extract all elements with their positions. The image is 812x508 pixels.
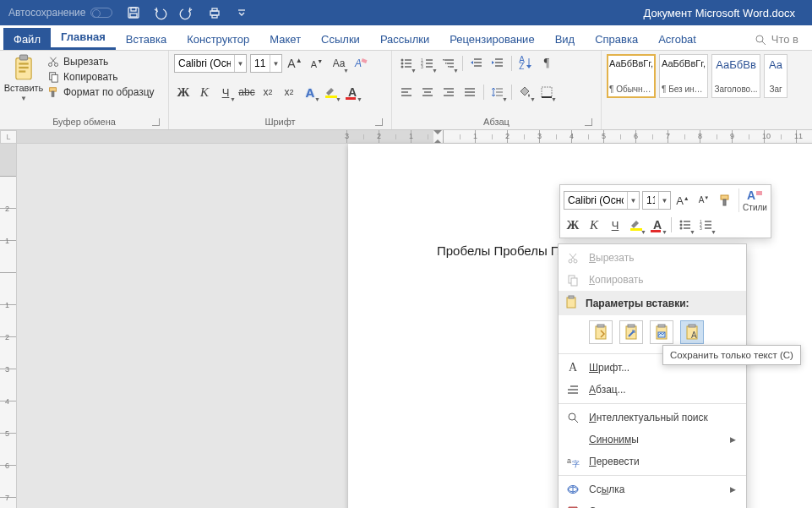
align-left-button[interactable] (397, 83, 416, 101)
svg-rect-40 (443, 59, 444, 61)
superscript-button[interactable]: x2 (280, 83, 298, 101)
ctx-new-comment[interactable]: Создать примечание (559, 500, 746, 508)
link-icon (565, 483, 580, 496)
italic-button[interactable]: К (195, 83, 214, 101)
justify-button[interactable] (460, 83, 479, 101)
grow-font-button[interactable]: A▲ (286, 54, 304, 73)
shading-button[interactable]: ▼ (516, 83, 535, 101)
tell-me-search[interactable]: Что в (744, 28, 809, 50)
style-no-spacing[interactable]: АаБбВвГг, ¶ Без инте... (659, 54, 708, 98)
redo-button[interactable] (180, 5, 195, 20)
tab-help[interactable]: Справка (585, 28, 648, 50)
mini-bullets-button[interactable]: ▼ (676, 216, 695, 234)
mini-grow-font-button[interactable]: A▲ (673, 191, 692, 210)
mini-format-painter-button[interactable] (716, 191, 734, 210)
decrease-indent-button[interactable] (467, 54, 486, 73)
chevron-down-icon[interactable]: ▼ (658, 192, 670, 209)
bold-button[interactable]: Ж (174, 83, 193, 101)
tab-references[interactable]: Ссылки (311, 28, 370, 50)
undo-button[interactable] (153, 5, 168, 20)
style-name: Заг (766, 85, 785, 94)
mini-font-size-input[interactable] (643, 192, 658, 209)
ctx-smart-lookup[interactable]: Интеллектуальный поиск (559, 407, 746, 429)
mini-font-name-combo[interactable]: ▼ (564, 191, 640, 210)
chevron-down-icon[interactable]: ▼ (270, 55, 281, 72)
font-color-button[interactable]: A ▼ (343, 83, 362, 101)
cut-button[interactable]: Вырезать (47, 56, 155, 68)
style-heading2[interactable]: Аа Заг (764, 54, 787, 98)
svg-rect-42 (448, 66, 450, 68)
tab-layout[interactable]: Макет (259, 28, 311, 50)
indent-marker-icon[interactable] (433, 130, 442, 144)
svg-text:字: 字 (572, 460, 580, 468)
qat-customize-button[interactable] (234, 5, 249, 20)
autosave-toggle[interactable]: Автосохранение (8, 7, 112, 19)
svg-point-26 (401, 63, 404, 65)
document-title: Документ Microsoft Word.docx (643, 7, 795, 19)
font-name-combo[interactable]: ▼ (174, 54, 247, 73)
tab-mailings[interactable]: Рассылки (370, 28, 439, 50)
font-name-input[interactable] (175, 55, 234, 72)
style-normal[interactable]: АаБбВвГг, ¶ Обычный (607, 54, 656, 98)
show-marks-button[interactable]: ¶ (537, 54, 556, 73)
copy-button[interactable]: Копировать (47, 71, 155, 83)
highlight-button[interactable]: ▼ (322, 83, 341, 101)
increase-indent-button[interactable] (488, 54, 507, 73)
tab-acrobat[interactable]: Acrobat (648, 28, 706, 50)
tab-file[interactable]: Файл (3, 28, 51, 50)
paste-button[interactable]: Вставить ▼ (5, 54, 42, 102)
mini-font-name-input[interactable] (564, 192, 627, 209)
horizontal-ruler[interactable]: 321123456789101112 (17, 130, 812, 144)
font-size-input[interactable] (251, 55, 270, 72)
mini-shrink-font-button[interactable]: A▼ (695, 191, 713, 210)
svg-rect-89 (571, 278, 577, 286)
svg-rect-97 (658, 325, 665, 327)
mini-bold-button[interactable]: Ж (564, 216, 582, 234)
mini-underline-button[interactable]: Ч (606, 216, 624, 234)
mini-numbering-button[interactable]: 123▼ (697, 216, 716, 234)
style-heading1[interactable]: АаБбВв Заголово... (711, 54, 760, 98)
mini-font-color-button[interactable]: A ▼ (648, 216, 667, 234)
tab-view[interactable]: Вид (545, 28, 586, 50)
chevron-down-icon[interactable]: ▼ (627, 192, 639, 209)
tab-review[interactable]: Рецензирование (439, 28, 544, 50)
clear-format-button[interactable]: A (352, 54, 370, 73)
vertical-ruler[interactable]: 2112345678910 (0, 144, 17, 508)
line-spacing-button[interactable]: ▼ (488, 83, 507, 101)
mini-styles-button[interactable]: A Стили (738, 188, 767, 212)
subscript-button[interactable]: x2 (259, 83, 277, 101)
group-font-label: Шрифт (174, 117, 386, 128)
multilevel-button[interactable]: ▼ (439, 54, 458, 73)
borders-button[interactable]: ▼ (537, 83, 556, 101)
ctx-translate[interactable]: a字 Перевести (559, 451, 746, 472)
shrink-font-button[interactable]: A▼ (308, 54, 326, 73)
change-case-button[interactable]: Aa▼ (330, 54, 348, 73)
text-effects-button[interactable]: A▼ (301, 83, 319, 101)
mini-italic-button[interactable]: К (585, 216, 603, 234)
ctx-paragraph[interactable]: Абзац... (559, 379, 746, 401)
quick-print-button[interactable] (207, 5, 222, 20)
ctx-synonyms[interactable]: Синонимы ▶ (559, 429, 746, 451)
ribbon-tabs: Файл Главная Вставка Конструктор Макет С… (0, 25, 812, 51)
save-button[interactable] (126, 5, 141, 20)
tab-design[interactable]: Конструктор (177, 28, 259, 50)
tab-home[interactable]: Главная (51, 25, 116, 50)
align-right-button[interactable] (439, 83, 458, 101)
mini-font-size-combo[interactable]: ▼ (642, 191, 671, 210)
paste-keep-source[interactable] (589, 320, 613, 344)
paste-text-only[interactable]: A (680, 320, 704, 344)
ctx-link[interactable]: Ссылка ▶ (559, 478, 746, 500)
align-center-button[interactable] (418, 83, 437, 101)
mini-highlight-button[interactable]: ▼ (627, 216, 646, 234)
numbering-button[interactable]: 123▼ (418, 54, 437, 73)
paste-merge[interactable] (619, 320, 643, 344)
underline-button[interactable]: Ч▼ (216, 83, 235, 101)
font-size-combo[interactable]: ▼ (250, 54, 282, 73)
sort-button[interactable]: AZ (516, 54, 535, 73)
paste-picture[interactable] (650, 320, 673, 344)
bullets-button[interactable]: ▼ (397, 54, 416, 73)
format-painter-button[interactable]: Формат по образцу (47, 86, 155, 98)
tab-insert[interactable]: Вставка (116, 28, 177, 50)
chevron-down-icon[interactable]: ▼ (234, 55, 246, 72)
strike-button[interactable]: abc (237, 83, 256, 101)
